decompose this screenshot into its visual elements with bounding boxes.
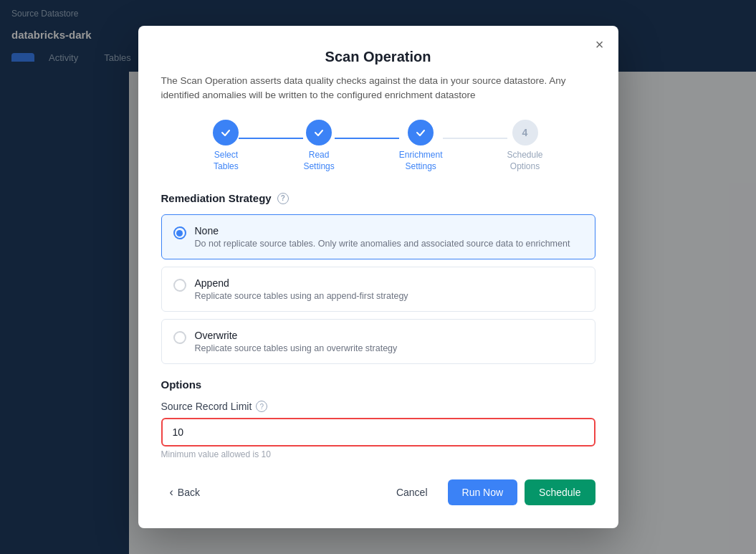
modal-close-button[interactable]: × <box>595 37 604 52</box>
step-enrichment-settings: EnrichmentSettings <box>399 120 443 172</box>
source-record-limit-label: Source Record Limit ? <box>161 401 595 412</box>
option-overwrite-title: Overwrite <box>195 330 398 341</box>
step-4-label: ScheduleOptions <box>507 150 543 172</box>
connector-2-3 <box>335 138 399 139</box>
remediation-option-append[interactable]: Append Replicate source tables using an … <box>161 267 595 312</box>
modal-title: Scan Operation <box>161 49 595 65</box>
source-record-limit-text: Source Record Limit <box>161 401 252 412</box>
step-2-label: ReadSettings <box>303 150 334 172</box>
option-append-title: Append <box>195 277 408 289</box>
back-label: Back <box>178 487 200 498</box>
option-append-desc: Replicate source tables using an append-… <box>195 291 408 301</box>
source-record-limit-help-icon[interactable]: ? <box>256 401 267 412</box>
modal-footer: ‹ Back Cancel Run Now Schedule <box>161 479 595 505</box>
option-append-label: Append Replicate source tables using an … <box>195 277 408 301</box>
footer-right-buttons: Cancel Run Now Schedule <box>383 479 595 505</box>
step-2-circle <box>306 120 332 145</box>
remediation-strategy-title: Remediation Strategy <box>161 192 272 204</box>
back-chevron-icon: ‹ <box>170 486 173 499</box>
radio-overwrite <box>173 331 186 344</box>
source-record-limit-hint: Minimum value allowed is 10 <box>161 449 595 459</box>
step-4-circle: 4 <box>512 120 538 145</box>
step-schedule-options: 4 ScheduleOptions <box>507 120 543 172</box>
remediation-strategy-section: Remediation Strategy ? <box>161 192 595 204</box>
schedule-button[interactable]: Schedule <box>525 479 595 505</box>
connector-3-4 <box>443 138 507 139</box>
option-overwrite-label: Overwrite Replicate source tables using … <box>195 330 398 353</box>
step-3-circle <box>408 120 434 145</box>
step-read-settings: ReadSettings <box>303 120 334 172</box>
back-button[interactable]: ‹ Back <box>161 480 209 505</box>
cancel-button[interactable]: Cancel <box>383 479 441 505</box>
option-none-title: None <box>195 225 570 237</box>
step-1-label: SelectTables <box>214 150 239 172</box>
radio-append <box>173 279 186 292</box>
stepper: SelectTables ReadSettings <box>161 120 595 172</box>
modal-overlay: × Scan Operation The Scan Operation asse… <box>0 0 756 554</box>
step-3-label: EnrichmentSettings <box>399 150 443 172</box>
run-now-button[interactable]: Run Now <box>448 479 518 505</box>
option-overwrite-desc: Replicate source tables using an overwri… <box>195 343 398 353</box>
scan-operation-modal: × Scan Operation The Scan Operation asse… <box>138 26 618 529</box>
remediation-option-none[interactable]: None Do not replicate source tables. Onl… <box>161 214 595 259</box>
option-none-label: None Do not replicate source tables. Onl… <box>195 225 570 249</box>
source-record-limit-input[interactable] <box>161 418 595 446</box>
step-select-tables: SelectTables <box>213 120 239 172</box>
connector-1-2 <box>239 138 303 139</box>
step-1-circle <box>213 120 239 145</box>
option-none-desc: Do not replicate source tables. Only wri… <box>195 239 570 249</box>
modal-description: The Scan Operation asserts data quality … <box>161 74 595 103</box>
options-section: Options Source Record Limit ? Minimum va… <box>161 378 595 459</box>
remediation-option-overwrite[interactable]: Overwrite Replicate source tables using … <box>161 319 595 364</box>
remediation-help-icon[interactable]: ? <box>277 193 289 204</box>
radio-none <box>173 226 186 239</box>
source-record-limit-wrapper <box>161 418 595 446</box>
options-title: Options <box>161 378 595 391</box>
